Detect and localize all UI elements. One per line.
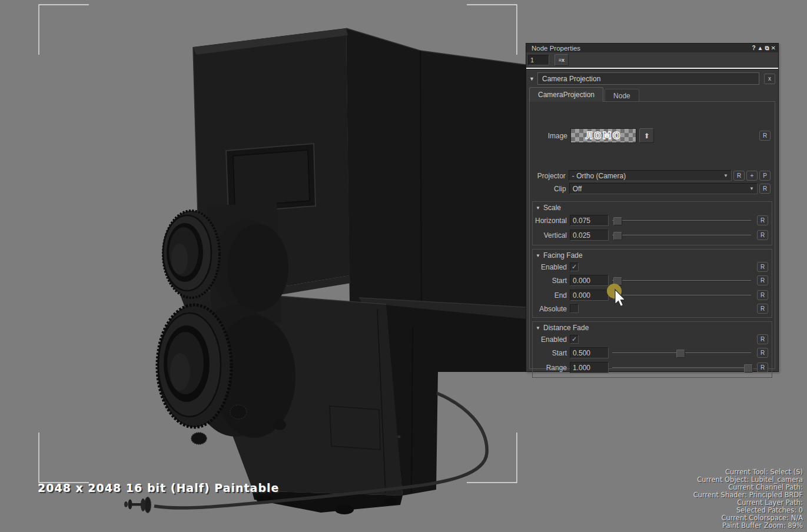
- vertical-label: Vertical: [533, 231, 567, 240]
- reset-horizontal-button[interactable]: R: [757, 215, 768, 225]
- image-thumbnail[interactable]: ЛОМО: [570, 128, 636, 143]
- facing-fade-group: ▼ Facing Fade Enabled ✓ R Start R End: [532, 249, 772, 318]
- collapse-arrow-icon[interactable]: ▼: [529, 76, 537, 82]
- reset-clip-button[interactable]: R: [759, 184, 771, 194]
- distance-enabled-row: Enabled ✓ R: [533, 333, 770, 345]
- distance-start-row: Start R: [533, 345, 770, 360]
- slider-handle[interactable]: [613, 217, 622, 225]
- facing-start-input[interactable]: [570, 275, 609, 286]
- reset-image-button[interactable]: R: [759, 131, 771, 141]
- projector-dropdown[interactable]: - Ortho (Camera) ▼: [569, 170, 732, 181]
- vertical-slider[interactable]: [612, 231, 751, 240]
- start-label: Start: [533, 277, 567, 285]
- reset-facing-start-button[interactable]: R: [757, 275, 768, 285]
- distance-fade-group: ▼ Distance Fade Enabled ✓ R Start R Rang…: [532, 321, 772, 378]
- projector-row: Projector - Ortho (Camera) ▼ R + P: [530, 170, 775, 181]
- import-icon: ⬆: [643, 132, 649, 140]
- facing-start-row: Start R: [533, 273, 770, 288]
- slider-handle[interactable]: [613, 292, 622, 300]
- scale-group: ▼ Scale Horizontal R Vertical R: [532, 201, 772, 245]
- reset-absolute-button[interactable]: R: [757, 304, 768, 314]
- pick-projector-button[interactable]: P: [759, 171, 771, 181]
- distance-fade-group-title: Distance Fade: [543, 324, 589, 332]
- reset-distance-enabled-button[interactable]: R: [757, 334, 768, 344]
- section-title: Camera Projection: [542, 75, 600, 83]
- pin-icon[interactable]: ▲: [758, 44, 763, 52]
- reset-distance-start-button[interactable]: R: [757, 348, 768, 358]
- node-properties-panel: Node Properties ? ▲ ⧉ ✕ ≡x ▼ Camera Proj…: [526, 43, 779, 372]
- distance-enabled-checkbox[interactable]: ✓: [570, 335, 579, 344]
- clip-row: Clip Off ▼ R: [530, 183, 775, 194]
- chevron-down-icon: ▼: [723, 173, 728, 178]
- horizontal-input[interactable]: [570, 215, 609, 226]
- status-line: Paint Buffer Zoom: 89%: [693, 522, 803, 530]
- clear-list-icon: ≡x: [559, 57, 564, 63]
- absolute-checkbox[interactable]: [570, 304, 579, 313]
- reset-range-button[interactable]: R: [757, 363, 768, 373]
- close-icon[interactable]: ✕: [771, 44, 776, 52]
- panel-toolbar: ≡x: [526, 52, 778, 67]
- panel-titlebar[interactable]: Node Properties ? ▲ ⧉ ✕: [526, 44, 778, 52]
- vertical-row: Vertical R: [533, 228, 770, 242]
- scale-group-title: Scale: [543, 204, 561, 212]
- panel-separator: [526, 68, 778, 69]
- facing-fade-group-title: Facing Fade: [543, 251, 583, 260]
- facing-enabled-row: Enabled ✓ R: [533, 261, 770, 273]
- image-thumbnail-text: ЛОМО: [586, 131, 622, 141]
- tab-node[interactable]: Node: [605, 89, 639, 102]
- tab-camera-projection[interactable]: CameraProjection: [529, 87, 603, 102]
- facing-end-row: End R: [533, 288, 770, 302]
- tab-content: Image ЛОМО ⬆ R Projector - Ortho (Camera…: [529, 101, 775, 369]
- clip-value: Off: [573, 185, 746, 193]
- distance-start-slider[interactable]: [612, 349, 751, 357]
- vertical-input[interactable]: [570, 230, 609, 241]
- range-label: Range: [533, 364, 567, 372]
- slider-handle[interactable]: [744, 364, 753, 373]
- clear-list-button[interactable]: ≡x: [554, 54, 569, 66]
- enabled-label: Enabled: [533, 263, 567, 271]
- slider-handle[interactable]: [613, 277, 622, 285]
- chevron-down-icon: ▼: [749, 186, 754, 191]
- status-readout: Current Tool: Select (S) Current Object:…: [693, 468, 803, 530]
- collapse-arrow-icon[interactable]: ▼: [536, 205, 543, 211]
- collapse-arrow-icon[interactable]: ▼: [536, 253, 543, 258]
- image-row: Image ЛОМО ⬆ R: [530, 128, 775, 143]
- panel-title: Node Properties: [532, 45, 750, 52]
- horizontal-label: Horizontal: [533, 217, 567, 225]
- facing-start-slider[interactable]: [612, 277, 751, 285]
- reset-facing-enabled-button[interactable]: R: [757, 262, 768, 272]
- add-projector-button[interactable]: +: [746, 171, 758, 181]
- range-input[interactable]: [570, 362, 609, 373]
- node-index-input[interactable]: [528, 55, 549, 65]
- collapse-arrow-icon[interactable]: ▼: [536, 325, 543, 331]
- reset-vertical-button[interactable]: R: [757, 230, 768, 240]
- float-window-icon[interactable]: ⧉: [765, 44, 769, 52]
- facing-end-slider[interactable]: [612, 291, 751, 300]
- facing-enabled-checkbox[interactable]: ✓: [570, 262, 579, 271]
- range-slider[interactable]: [612, 364, 751, 372]
- projector-value: - Ortho (Camera): [572, 172, 720, 180]
- remove-node-button[interactable]: x: [764, 74, 775, 84]
- facing-end-input[interactable]: [570, 290, 609, 301]
- horizontal-row: Horizontal R: [533, 213, 770, 228]
- projector-label: Projector: [532, 172, 566, 180]
- help-icon[interactable]: ?: [752, 44, 755, 52]
- reset-projector-button[interactable]: R: [733, 171, 745, 181]
- horizontal-slider[interactable]: [612, 217, 751, 225]
- distance-start-input[interactable]: [570, 347, 609, 358]
- range-row: Range R: [533, 360, 770, 375]
- section-title-box: Camera Projection: [537, 72, 759, 85]
- absolute-row: Absolute R: [533, 302, 770, 315]
- image-label: Image: [532, 132, 567, 140]
- canvas-info-text: 2048 x 2048 16 bit (Half) Paintable: [38, 481, 279, 494]
- import-image-button[interactable]: ⬆: [639, 128, 654, 143]
- clip-label: Clip: [532, 185, 566, 193]
- slider-handle[interactable]: [613, 232, 622, 240]
- clip-dropdown[interactable]: Off ▼: [569, 183, 758, 194]
- reset-facing-end-button[interactable]: R: [757, 290, 768, 300]
- enabled-label: Enabled: [533, 335, 567, 344]
- absolute-label: Absolute: [533, 305, 567, 313]
- end-label: End: [533, 291, 567, 300]
- camera-projection-header: ▼ Camera Projection x: [526, 72, 778, 85]
- slider-handle[interactable]: [676, 350, 685, 358]
